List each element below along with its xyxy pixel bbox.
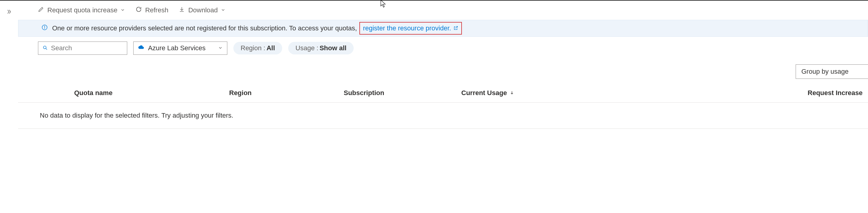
- sort-descending-icon: [509, 89, 514, 97]
- usage-filter-value: Show all: [319, 44, 346, 52]
- refresh-button[interactable]: Refresh: [135, 6, 168, 14]
- groupby-dropdown[interactable]: Group by usage: [796, 64, 868, 79]
- refresh-icon: [135, 6, 142, 14]
- svg-line-4: [46, 48, 47, 50]
- download-label: Download: [188, 6, 218, 14]
- content-area: Request quota increase Refresh Download: [18, 1, 868, 213]
- banner-message: One or more resource providers selected …: [52, 24, 357, 32]
- column-quota-name[interactable]: Quota name: [18, 89, 229, 97]
- column-current-usage-label: Current Usage: [461, 89, 507, 97]
- groupby-row: Group by usage: [18, 57, 868, 79]
- main-layout: Request quota increase Refresh Download: [0, 1, 868, 213]
- usage-filter-pill[interactable]: Usage : Show all: [288, 42, 354, 55]
- region-filter-label: Region :: [241, 44, 265, 52]
- expand-icon: [6, 9, 12, 213]
- command-bar: Request quota increase Refresh Download: [18, 1, 868, 20]
- column-current-usage[interactable]: Current Usage: [461, 89, 690, 97]
- chevron-down-icon: [221, 6, 225, 14]
- chevron-down-icon: [120, 6, 125, 14]
- cloud-icon: [138, 44, 145, 52]
- column-region[interactable]: Region: [229, 89, 344, 97]
- column-request-increase[interactable]: Request Increase: [690, 89, 868, 97]
- provider-dropdown-label: Azure Lab Services: [148, 44, 206, 52]
- external-link-icon: [454, 24, 458, 32]
- table-empty-message: No data to display for the selected filt…: [18, 103, 868, 129]
- register-provider-link-text: register the resource provider.: [363, 24, 451, 32]
- edit-icon: [38, 6, 44, 14]
- download-button[interactable]: Download: [179, 6, 225, 14]
- download-icon: [179, 6, 185, 14]
- region-filter-pill[interactable]: Region : All: [234, 42, 282, 55]
- search-input[interactable]: [51, 44, 134, 52]
- table-header: Quota name Region Subscription Current U…: [18, 79, 868, 103]
- collapse-strip[interactable]: [0, 1, 18, 213]
- chevron-down-icon: [218, 44, 223, 52]
- filter-bar: Azure Lab Services Region : All Usage : …: [18, 39, 868, 57]
- column-subscription[interactable]: Subscription: [344, 89, 461, 97]
- register-provider-link[interactable]: register the resource provider.: [361, 24, 460, 33]
- search-input-wrapper[interactable]: [38, 41, 127, 55]
- request-quota-increase-label: Request quota increase: [47, 6, 117, 14]
- info-banner: One or more resource providers selected …: [18, 20, 868, 37]
- provider-dropdown[interactable]: Azure Lab Services: [133, 41, 227, 55]
- svg-point-3: [43, 46, 46, 49]
- region-filter-value: All: [267, 44, 275, 52]
- groupby-label: Group by usage: [801, 68, 849, 75]
- search-icon: [42, 45, 48, 51]
- usage-filter-label: Usage :: [296, 44, 318, 52]
- refresh-label: Refresh: [145, 6, 168, 14]
- info-icon: [41, 24, 48, 33]
- request-quota-increase-button[interactable]: Request quota increase: [38, 6, 125, 14]
